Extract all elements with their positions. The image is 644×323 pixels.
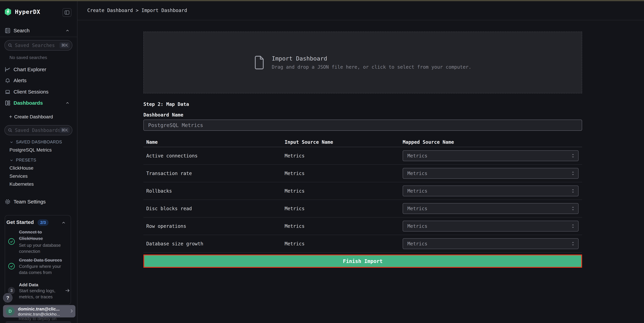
get-started-item-desc: Set up your database connection: [19, 242, 63, 254]
sidebar: HyperDX Search: [0, 1, 78, 323]
preset-item-kubernetes[interactable]: Kubernetes: [10, 182, 34, 187]
cell-input-source: Metrics: [284, 188, 403, 194]
cell-name: Rollbacks: [146, 188, 284, 194]
sidebar-item-dashboards[interactable]: Dashboards: [0, 100, 77, 107]
select-chevrons-icon: [571, 206, 575, 211]
get-started-item-title[interactable]: Add Data: [19, 282, 66, 288]
selected-value: Metrics: [408, 241, 571, 246]
sidebar-collapse-icon: [64, 10, 69, 14]
select-chevrons-icon: [571, 224, 575, 229]
chevron-up-icon[interactable]: [61, 220, 66, 225]
laptop-icon: [4, 89, 11, 95]
saved-searches-input[interactable]: Saved Searches ⌘K: [4, 40, 72, 50]
profile-bar[interactable]: D dominic.tran@clic... dominic.tran@clic…: [3, 305, 76, 318]
selected-value: Metrics: [408, 153, 571, 159]
table-row: Database size growth Metrics Metrics: [144, 235, 582, 253]
cell-name: Row operations: [146, 224, 284, 229]
help-button[interactable]: ?: [3, 293, 12, 302]
table-header-row: Name Input Source Name Mapped Source Nam…: [144, 137, 582, 147]
saved-dashboards-placeholder: Saved Dashboards: [15, 128, 60, 133]
get-started-item-title[interactable]: Create Data Sources: [19, 257, 66, 263]
create-dashboard-button[interactable]: Create Dashboard: [0, 114, 77, 120]
gear-icon: [4, 199, 11, 205]
selected-value: Metrics: [408, 224, 571, 229]
finish-import-button[interactable]: Finish Import: [144, 254, 582, 268]
chevron-right-icon: [69, 308, 74, 314]
window-top-strip: [0, 0, 644, 1]
sidebar-section-search[interactable]: Search: [0, 27, 77, 34]
shortcut-badge: ⌘K: [60, 127, 70, 133]
group-presets[interactable]: PRESETS: [0, 157, 77, 163]
sidebar-item-client-sessions[interactable]: Client Sessions: [0, 88, 77, 96]
selected-value: Metrics: [408, 206, 571, 212]
table-row: Rollbacks Metrics Metrics: [144, 182, 582, 200]
search-icon: [8, 43, 12, 48]
dashboard-grid-icon: [4, 100, 11, 106]
group-label: PRESETS: [16, 158, 36, 162]
dashboard-name-label: Dashboard Name: [144, 112, 183, 118]
import-dropzone[interactable]: Import Dashboard Drag and drop a JSON fi…: [144, 32, 582, 93]
profile-email: dominic.tran@clickho...: [18, 312, 60, 316]
mapped-source-select[interactable]: Metrics: [403, 168, 578, 179]
group-saved-dashboards[interactable]: SAVED DASHBOARDS: [0, 139, 77, 145]
cell-input-source: Metrics: [284, 153, 403, 159]
app-logo[interactable]: HyperDX: [4, 8, 40, 16]
log-search-icon: [4, 28, 11, 34]
no-saved-searches-note: No saved searches: [10, 55, 47, 60]
preset-item-services[interactable]: Services: [10, 174, 28, 179]
mapped-source-select[interactable]: Metrics: [403, 186, 578, 196]
get-started-item-desc: Configure where your data comes from: [19, 263, 63, 276]
avatar: D: [6, 307, 14, 316]
dashboard-name-input[interactable]: PostgreSQL Metrics: [144, 120, 582, 131]
mapped-source-select[interactable]: Metrics: [403, 221, 578, 232]
arrow-right-icon[interactable]: [64, 288, 70, 294]
preset-item-clickhouse[interactable]: ClickHouse: [10, 166, 34, 171]
team-settings-label: Team Settings: [14, 199, 46, 204]
sidebar-section-search-label: Search: [14, 28, 30, 34]
get-started-item-title[interactable]: Connect to ClickHouse: [19, 229, 66, 242]
bell-icon: [4, 78, 11, 84]
sidebar-item-chart-explorer[interactable]: Chart Explorer: [0, 66, 77, 74]
get-started-item-desc: Start sending logs, metrics, or traces: [19, 288, 62, 300]
select-chevrons-icon: [571, 188, 575, 194]
check-circle-icon: [8, 238, 15, 245]
cell-input-source: Metrics: [284, 241, 403, 246]
sidebar-item-label: Chart Explorer: [14, 67, 46, 72]
table-row: Active connections Metrics Metrics: [144, 147, 582, 165]
sidebar-item-label: Dashboards: [14, 100, 43, 106]
breadcrumb[interactable]: Create Dashboard > Import Dashboard: [87, 8, 187, 13]
col-header-input-source: Input Source Name: [284, 139, 403, 145]
logo-text: HyperDX: [15, 8, 40, 15]
group-label: SAVED DASHBOARDS: [16, 140, 62, 144]
selected-value: Metrics: [408, 188, 571, 194]
cell-input-source: Metrics: [284, 206, 403, 212]
saved-searches-placeholder: Saved Searches: [15, 42, 60, 48]
sidebar-item-alerts[interactable]: Alerts: [0, 77, 77, 85]
col-header-mapped-source: Mapped Source Name: [403, 139, 582, 145]
sidebar-item-label: Client Sessions: [14, 89, 48, 95]
saved-dashboard-item[interactable]: PostgreSQL Metrics: [10, 147, 52, 153]
mapped-source-select[interactable]: Metrics: [403, 150, 578, 161]
cell-input-source: Metrics: [284, 171, 403, 176]
dropzone-title: Import Dashboard: [272, 55, 471, 62]
mapped-source-select[interactable]: Metrics: [403, 203, 578, 214]
step-label: Step 2: Map Data: [144, 102, 189, 107]
saved-dashboards-input[interactable]: Saved Dashboards ⌘K: [4, 125, 72, 135]
cell-name: Database size growth: [146, 241, 284, 246]
sidebar-item-team-settings[interactable]: Team Settings: [0, 198, 77, 206]
mapped-source-select[interactable]: Metrics: [403, 238, 578, 249]
cell-name: Transaction rate: [146, 171, 284, 176]
shortcut-badge: ⌘K: [60, 42, 70, 48]
table-row: Transaction rate Metrics Metrics: [144, 165, 582, 182]
dropzone-subtitle: Drag and drop a JSON file here, or click…: [272, 64, 471, 70]
plus-icon: [8, 114, 13, 119]
chevron-up-icon: [65, 101, 70, 105]
col-header-name: Name: [146, 139, 284, 145]
search-icon: [8, 128, 12, 132]
cell-input-source: Metrics: [284, 224, 403, 229]
sidebar-collapse-button[interactable]: [62, 8, 71, 17]
file-document-icon: [254, 56, 264, 70]
chevron-up-icon: [65, 28, 70, 33]
get-started-progress-badge: 2/3: [38, 219, 48, 226]
step-number-badge: 3: [8, 287, 15, 294]
